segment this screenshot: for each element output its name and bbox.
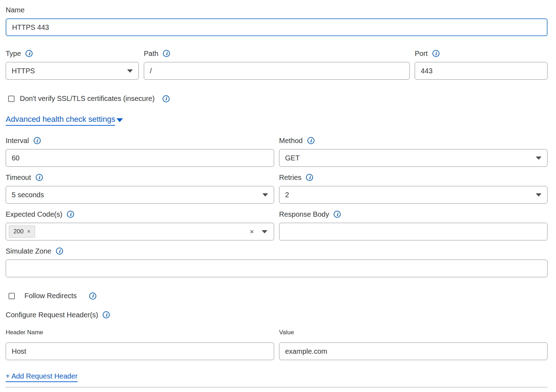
interval-field-group: Interval i — [6, 136, 274, 167]
header-value-field-group: Value — [279, 328, 548, 360]
interval-label: Interval — [6, 136, 29, 145]
type-select-value: HTTPS — [12, 67, 35, 75]
port-label: Port — [415, 49, 428, 58]
method-select[interactable]: GET — [279, 149, 548, 167]
simulate-zone-label-row: Simulate Zone i — [6, 247, 548, 255]
simulate-zone-label: Simulate Zone — [6, 247, 51, 255]
port-label-row: Port i — [415, 49, 548, 58]
response-body-field-group: Response Body i — [279, 210, 548, 240]
expected-codes-multiselect[interactable]: 200 × × — [6, 223, 274, 240]
response-body-label-row: Response Body i — [279, 210, 548, 218]
dont-verify-ssl-row: Don't verify SSL/TLS certificates (insec… — [8, 95, 548, 103]
expected-codes-info-icon[interactable]: i — [67, 211, 74, 218]
expected-code-chip-label: 200 — [13, 228, 23, 235]
response-body-info-icon[interactable]: i — [334, 211, 341, 218]
timeout-field-group: Timeout i 5 seconds — [6, 173, 274, 204]
dont-verify-ssl-checkbox[interactable] — [8, 96, 15, 102]
name-field-group: Name — [6, 6, 548, 36]
type-label: Type — [6, 49, 21, 58]
advanced-settings-link[interactable]: Advanced health check settings — [6, 115, 123, 126]
name-label-row: Name — [6, 6, 548, 14]
section-divider — [6, 387, 548, 387]
method-label-row: Method i — [279, 136, 548, 145]
type-info-icon[interactable]: i — [25, 50, 33, 57]
timeout-select[interactable]: 5 seconds — [6, 186, 274, 204]
clear-icon[interactable]: × — [250, 228, 254, 235]
timeout-select-value: 5 seconds — [12, 191, 44, 199]
port-field-group: Port i — [415, 49, 548, 80]
health-check-form: Name Type i HTTPS Path i Port i — [0, 0, 556, 387]
request-headers-section-row: Configure Request Header(s) i — [6, 311, 548, 319]
simulate-zone-info-icon[interactable]: i — [56, 248, 63, 255]
chevron-down-icon — [127, 69, 133, 73]
chevron-down-icon — [262, 230, 267, 233]
retries-label-row: Retries i — [279, 173, 548, 182]
expected-codes-label-row: Expected Code(s) i — [6, 210, 274, 218]
type-select[interactable]: HTTPS — [6, 62, 139, 80]
method-info-icon[interactable]: i — [307, 137, 314, 144]
name-input[interactable] — [6, 18, 548, 36]
expected-codes-label: Expected Code(s) — [6, 210, 62, 218]
retries-info-icon[interactable]: i — [306, 174, 313, 181]
interval-info-icon[interactable]: i — [34, 137, 41, 144]
add-request-header-row: + Add Request Header — [6, 372, 548, 382]
chevron-down-icon — [262, 193, 268, 197]
follow-redirects-label: Follow Redirects — [24, 292, 77, 300]
remove-tag-icon[interactable]: × — [27, 229, 30, 234]
header-name-label: Header Name — [6, 328, 43, 337]
simulate-zone-input[interactable] — [6, 260, 548, 277]
response-body-label: Response Body — [279, 210, 329, 218]
retries-field-group: Retries i 2 — [279, 173, 548, 204]
path-field-group: Path i — [144, 49, 410, 80]
method-select-value: GET — [285, 154, 300, 162]
advanced-settings-row: Advanced health check settings — [6, 115, 548, 126]
follow-redirects-checkbox[interactable] — [8, 293, 15, 299]
response-body-input[interactable] — [279, 223, 548, 240]
header-name-input[interactable] — [6, 342, 274, 360]
interval-input[interactable] — [6, 149, 274, 167]
retries-select[interactable]: 2 — [279, 186, 548, 204]
advanced-settings-link-text: Advanced health check settings — [6, 115, 115, 126]
follow-redirects-info-icon[interactable]: i — [89, 292, 96, 300]
timeout-label-row: Timeout i — [6, 173, 274, 182]
method-label: Method — [279, 136, 303, 145]
add-request-header-link[interactable]: + Add Request Header — [6, 372, 78, 382]
path-info-icon[interactable]: i — [163, 50, 170, 57]
request-header-row: Header Name Value — [6, 328, 548, 360]
request-headers-section-label: Configure Request Header(s) — [6, 311, 98, 319]
timeout-retries-row: Timeout i 5 seconds Retries i 2 — [6, 173, 548, 204]
dont-verify-ssl-info-icon[interactable]: i — [163, 95, 170, 102]
header-value-label: Value — [279, 328, 294, 337]
chevron-down-icon — [536, 193, 541, 197]
port-info-icon[interactable]: i — [432, 50, 439, 57]
header-name-field-group: Header Name — [6, 328, 274, 360]
header-value-label-row: Value — [279, 328, 548, 337]
expected-code-chip: 200 × — [9, 226, 35, 238]
type-label-row: Type i — [6, 49, 139, 58]
type-field-group: Type i HTTPS — [6, 49, 139, 80]
header-value-input[interactable] — [279, 342, 548, 360]
name-label: Name — [6, 6, 24, 14]
path-input[interactable] — [144, 62, 410, 80]
port-input[interactable] — [415, 62, 548, 80]
path-label: Path — [144, 49, 158, 58]
chevron-down-icon — [117, 118, 123, 122]
dont-verify-ssl-label: Don't verify SSL/TLS certificates (insec… — [20, 95, 155, 103]
retries-label: Retries — [279, 173, 301, 182]
expected-codes-field-group: Expected Code(s) i 200 × × — [6, 210, 274, 240]
follow-redirects-row: Follow Redirects i — [8, 292, 548, 300]
chevron-down-icon — [536, 157, 541, 160]
simulate-zone-field-group: Simulate Zone i — [6, 247, 548, 277]
timeout-info-icon[interactable]: i — [36, 174, 43, 181]
path-label-row: Path i — [144, 49, 410, 58]
request-headers-info-icon[interactable]: i — [103, 311, 110, 318]
interval-label-row: Interval i — [6, 136, 274, 145]
timeout-label: Timeout — [6, 173, 31, 182]
method-field-group: Method i GET — [279, 136, 548, 167]
type-path-port-row: Type i HTTPS Path i Port i — [6, 49, 548, 80]
header-name-label-row: Header Name — [6, 328, 274, 337]
retries-select-value: 2 — [285, 191, 289, 199]
add-request-header-link-text: + Add Request Header — [6, 372, 78, 382]
codes-body-row: Expected Code(s) i 200 × × Response Body… — [6, 210, 548, 240]
interval-method-row: Interval i Method i GET — [6, 136, 548, 167]
